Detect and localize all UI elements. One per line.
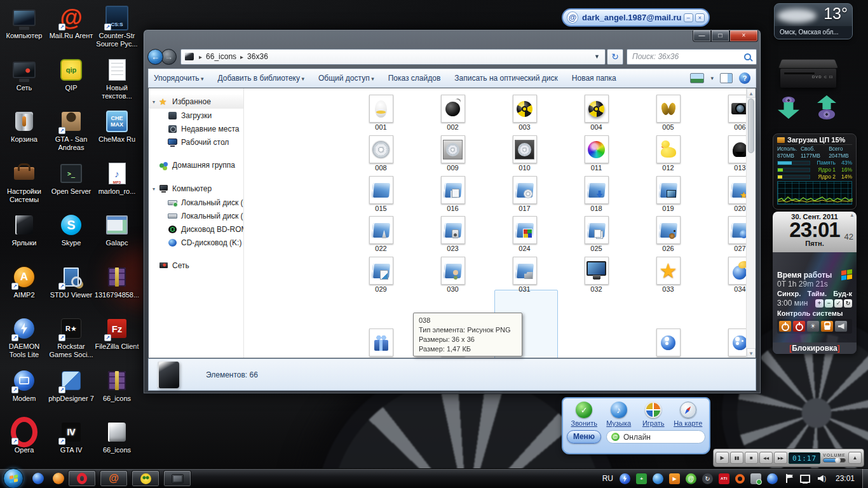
desktop-icon-winrar-file-icon[interactable]: 1316794858... <box>94 264 140 299</box>
desktop-icon-daemon-tools-icon[interactable]: ↗DAEMON Tools Lite <box>1 316 47 358</box>
breadcrumb-66-icons[interactable]: 66_icons <box>206 52 236 61</box>
refresh-button[interactable]: ↻ <box>607 49 623 65</box>
show-desktop-button[interactable] <box>862 469 868 488</box>
file-item-020[interactable]: 020 <box>704 176 746 212</box>
file-item-016[interactable]: 016 <box>417 176 489 212</box>
scroll-up-arrow[interactable]: ▲ <box>747 88 756 98</box>
media-player-deskband[interactable]: ▶ ▮▮ ■ ◀◀ ▶▶ 01:17 VOLUME ▲ <box>713 449 864 467</box>
volume-slider[interactable] <box>823 458 846 463</box>
sound-button[interactable] <box>835 321 847 332</box>
sidebar-item-bdrom[interactable]: Дисковод BD-ROM <box>149 222 243 236</box>
desktop-icon-mp3-file-icon[interactable]: marlon_ro... <box>94 161 140 196</box>
file-item-010[interactable]: 010 <box>489 135 560 172</box>
collapse-chevron-icon[interactable]: ▴ <box>850 212 853 218</box>
weather-gadget[interactable]: 13° Омск, Омская обл... <box>774 3 853 39</box>
desktop-icon-network-icon[interactable]: Сеть <box>1 57 47 92</box>
lock-status[interactable]: [Блокировка] <box>773 342 857 354</box>
search-icon[interactable] <box>744 53 751 60</box>
desktop-icon-skype-icon[interactable]: Skype <box>48 212 94 247</box>
eject-disc-icon[interactable] <box>817 95 836 119</box>
sidebar-item-recent[interactable]: Недавние места <box>149 122 243 135</box>
taskbar-clock[interactable]: 23:01 <box>836 474 855 483</box>
views-dropdown-icon[interactable]: ▾ <box>710 75 714 81</box>
sync-tab[interactable]: Буд-к <box>833 290 852 297</box>
desktop-icon-stdu-viewer-icon[interactable]: ↗STDU Viewer <box>48 264 94 299</box>
sync-tab[interactable]: Синхр. <box>777 290 801 297</box>
file-item-030[interactable]: 030 <box>417 257 489 293</box>
expand-triangle-icon[interactable]: ▾ <box>153 99 159 105</box>
file-item-027[interactable]: 027 <box>704 216 746 252</box>
restart-icon[interactable]: ☀ <box>807 321 819 332</box>
pause-button[interactable]: ▮▮ <box>730 452 743 464</box>
file-item-026[interactable]: 026 <box>632 216 704 252</box>
guard-icon[interactable] <box>636 473 647 484</box>
desktop-icon-open-server-icon[interactable]: Open Server <box>48 161 94 196</box>
vertical-scrollbar[interactable]: ▲ ▼ <box>746 88 756 358</box>
file-item-033[interactable]: 033 <box>632 257 704 293</box>
agent-action-call[interactable]: Звонить <box>567 402 602 427</box>
file-item-036[interactable]: 036 <box>345 329 417 358</box>
sidebar-item-network[interactable]: Сеть <box>149 259 243 273</box>
file-item-034[interactable]: 034 <box>704 257 746 293</box>
desktop-icon-cs-source-icon[interactable]: ↗Counter-Str Source Рус... <box>94 5 140 48</box>
ati-icon[interactable]: ATI <box>719 473 729 484</box>
file-item-013[interactable]: 013 <box>704 135 746 172</box>
sidebar-item-desktop[interactable]: Рабочий стол <box>149 135 243 149</box>
file-item-005[interactable]: 005 <box>632 95 704 131</box>
desktop-icon-aimp-icon[interactable]: ↗AIMP2 <box>1 264 47 299</box>
file-item-031[interactable]: 031 <box>489 257 560 293</box>
file-item-019[interactable]: 019 <box>632 176 704 212</box>
desktop-icon-text-document-icon[interactable]: Новый текстов... <box>94 57 140 100</box>
usb-icon[interactable] <box>750 473 761 484</box>
agent-status-field[interactable]: @ Онлайн <box>606 430 705 444</box>
search-input[interactable]: Поиск: 36x36 <box>627 49 757 65</box>
taskbar-button-qip[interactable] <box>132 470 159 487</box>
lock-button[interactable] <box>821 321 833 332</box>
sidebar-item-downloads[interactable]: Загрузки <box>149 109 243 122</box>
daemon-tools-icon[interactable] <box>620 473 630 484</box>
file-item-008[interactable]: 008 <box>345 135 417 172</box>
desktop-icon-rar-archive-icon[interactable]: 66_icons <box>94 368 140 403</box>
file-item-012[interactable]: 012 <box>632 135 704 172</box>
desktop-icon-toolbox-icon[interactable]: Настройки Системы <box>1 161 47 203</box>
toolbar-Добавить в библиотеку[interactable]: Добавить в библиотеку <box>217 74 304 83</box>
file-item-015[interactable]: 015 <box>345 176 417 212</box>
clock-gadget[interactable]: ▴ 30. Сент. 2011 23:01 42 Пятн. Время ра… <box>773 212 857 354</box>
power-button[interactable] <box>779 321 791 332</box>
file-item-004[interactable]: 004 <box>560 95 632 131</box>
cpu-gadget[interactable]: Загрузка ЦП 15% Исполь.Своб.Всего 870MB1… <box>773 133 857 210</box>
previous-button[interactable]: ◀◀ <box>759 452 773 464</box>
desktop-icon-computer-icon[interactable]: Компьютер <box>1 5 47 40</box>
file-item-018[interactable]: 018 <box>560 176 632 212</box>
agent-action-map[interactable]: На карте <box>671 402 706 427</box>
close-button[interactable]: × <box>729 30 758 42</box>
sidebar-item-star[interactable]: ▾Избранное <box>149 95 243 109</box>
volume-knob[interactable] <box>835 458 841 463</box>
sync-icon[interactable] <box>702 473 713 484</box>
quicklaunch-aimp-icon[interactable] <box>53 473 64 484</box>
mailru-close-button[interactable]: × <box>695 13 705 22</box>
file-item-002[interactable]: 002 <box>417 95 489 131</box>
alarm-button[interactable]: + <box>815 299 824 308</box>
desktop-icon-rockstar-icon[interactable]: ↗Rockstar Games Soci... <box>48 316 94 358</box>
agent-icon[interactable] <box>686 473 696 484</box>
volume-icon[interactable] <box>817 473 827 484</box>
alarm-button[interactable]: ✓ <box>834 299 843 308</box>
eject-button[interactable]: ▲ <box>848 452 862 464</box>
next-button[interactable]: ▶▶ <box>774 452 787 464</box>
play-button[interactable]: ▶ <box>715 452 729 464</box>
file-item-024[interactable]: 024 <box>489 216 560 252</box>
file-item-009[interactable]: 009 <box>417 135 489 172</box>
desktop-icon-recycle-bin-icon[interactable]: Корзина <box>1 109 47 144</box>
taskbar-button-agent[interactable]: @ <box>100 470 128 487</box>
agent-menu-button[interactable]: Меню <box>567 430 601 444</box>
help-icon[interactable]: ? <box>739 72 750 84</box>
file-item-017[interactable]: 017 <box>489 176 560 212</box>
sidebar-item-homegroup[interactable]: Домашняя группа <box>149 158 243 172</box>
sidebar-item-disk-c[interactable]: Локальный диск (C <box>149 196 243 209</box>
desktop-icon-black-folder-icon[interactable]: Ярлыки <box>1 212 47 247</box>
stop-button[interactable]: ■ <box>745 452 758 464</box>
slideshow-view-icon[interactable] <box>690 73 704 83</box>
sphere-icon[interactable] <box>767 473 778 484</box>
taskbar-button-opera[interactable] <box>68 470 96 487</box>
